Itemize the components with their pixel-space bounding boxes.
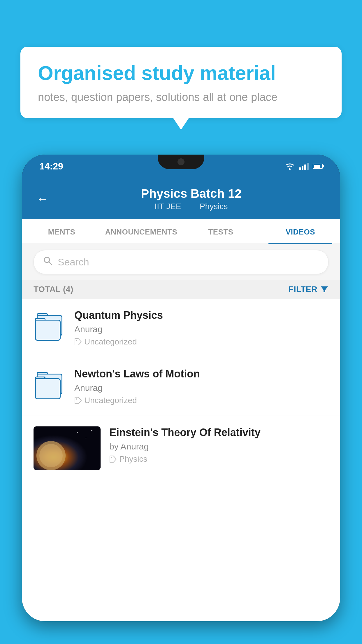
- search-icon: [43, 256, 53, 269]
- list-item[interactable]: Einstein's Theory Of Relativity by Anura…: [22, 416, 340, 481]
- list-item[interactable]: Newton's Laws of Motion Anurag Uncategor…: [22, 357, 340, 416]
- tab-ments[interactable]: MENTS: [22, 219, 101, 244]
- speech-bubble: Organised study material notes, question…: [20, 47, 342, 118]
- svg-point-0: [289, 168, 291, 170]
- tag-icon: [74, 338, 82, 346]
- item-title: Einstein's Theory Of Relativity: [109, 426, 328, 439]
- svg-line-2: [49, 262, 52, 265]
- tab-videos[interactable]: VIDEOS: [261, 219, 340, 244]
- item-info: Newton's Laws of Motion Anurag Uncategor…: [74, 368, 328, 405]
- status-icons: [284, 162, 323, 170]
- item-author: Anurag: [74, 383, 328, 393]
- header-subtitle-sep: [189, 202, 194, 211]
- svg-point-4: [76, 340, 77, 341]
- filter-icon: [320, 285, 328, 293]
- tag-icon: [109, 455, 117, 463]
- item-info: Einstein's Theory Of Relativity by Anura…: [109, 426, 328, 464]
- phone-container: 14:29: [22, 155, 340, 644]
- item-tag: Uncategorized: [74, 396, 328, 405]
- svg-point-8: [39, 444, 63, 467]
- svg-marker-3: [321, 286, 328, 292]
- header-text: Physics Batch 12 IIT JEE Physics: [57, 187, 326, 211]
- bubble-title: Organised study material: [38, 61, 324, 85]
- item-thumbnail: [34, 370, 66, 402]
- item-thumbnail: [34, 312, 66, 344]
- filter-bar: TOTAL (4) FILTER: [22, 280, 340, 299]
- header-title: Physics Batch 12: [57, 187, 326, 201]
- tab-tests[interactable]: TESTS: [181, 219, 261, 244]
- phone-frame: 14:29: [22, 155, 340, 621]
- folder-icon: [35, 313, 64, 342]
- header-subtitle-physics: Physics: [200, 202, 228, 211]
- app-content: ← Physics Batch 12 IIT JEE Physics MENTS: [22, 178, 340, 621]
- wifi-icon: [284, 162, 295, 170]
- tabs-bar: MENTS ANNOUNCEMENTS TESTS VIDEOS: [22, 219, 340, 244]
- item-author: by Anurag: [109, 442, 328, 452]
- tab-announcements[interactable]: ANNOUNCEMENTS: [101, 219, 181, 244]
- item-info: Quantum Physics Anurag Uncategorized: [74, 309, 328, 346]
- list-item[interactable]: Quantum Physics Anurag Uncategorized: [22, 299, 340, 357]
- notch: [158, 155, 204, 169]
- svg-point-5: [76, 398, 77, 400]
- battery-icon: [313, 164, 323, 169]
- bubble-subtitle: notes, question papers, solutions all at…: [38, 91, 324, 104]
- folder-icon: [35, 372, 64, 401]
- item-tag: Uncategorized: [74, 337, 328, 346]
- svg-point-13: [111, 457, 112, 458]
- total-count: TOTAL (4): [34, 285, 73, 294]
- filter-button[interactable]: FILTER: [289, 285, 328, 294]
- video-thumbnail: [34, 426, 101, 470]
- video-list: Quantum Physics Anurag Uncategorized: [22, 299, 340, 481]
- svg-point-9: [77, 432, 78, 433]
- signal-icon: [299, 163, 309, 170]
- svg-point-12: [83, 444, 83, 444]
- svg-point-11: [91, 430, 92, 431]
- app-header: ← Physics Batch 12 IIT JEE Physics: [22, 178, 340, 219]
- status-bar: 14:29: [22, 155, 340, 178]
- item-title: Newton's Laws of Motion: [74, 368, 328, 380]
- camera: [178, 158, 184, 165]
- status-time: 14:29: [39, 161, 63, 172]
- back-button[interactable]: ←: [36, 192, 48, 206]
- search-bar[interactable]: Search: [34, 250, 328, 274]
- item-title: Quantum Physics: [74, 309, 328, 321]
- item-tag: Physics: [109, 454, 328, 464]
- search-placeholder: Search: [58, 256, 89, 268]
- tag-icon: [74, 397, 82, 404]
- svg-point-10: [86, 438, 87, 439]
- filter-label: FILTER: [289, 285, 317, 294]
- search-container: Search: [22, 244, 340, 280]
- header-subtitle: IIT JEE Physics: [57, 202, 326, 211]
- item-author: Anurag: [74, 324, 328, 334]
- header-subtitle-iitjee: IIT JEE: [154, 202, 181, 211]
